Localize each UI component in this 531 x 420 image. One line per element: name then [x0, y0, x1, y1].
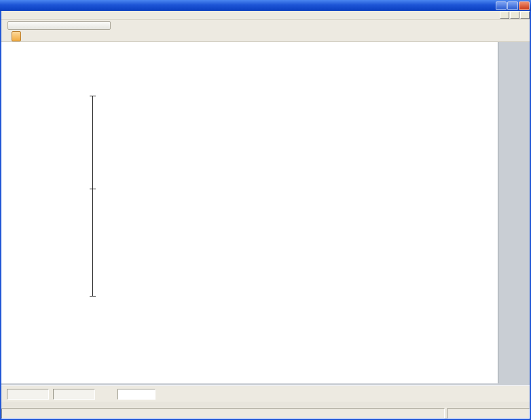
- application-window: [0, 0, 531, 42]
- main-toolbar: [0, 20, 531, 31]
- status-text: [1, 408, 445, 419]
- mdi-restore-button[interactable]: [510, 12, 519, 19]
- previous-view-button[interactable]: [100, 387, 115, 401]
- culvert-cell-right: [227, 198, 318, 285]
- mdi-close-button[interactable]: [520, 12, 530, 19]
- maximize-button[interactable]: [507, 1, 518, 10]
- minimize-button[interactable]: [496, 1, 507, 10]
- view-tabs-bar: [0, 31, 531, 42]
- menu-bar: [0, 11, 531, 20]
- status-bar: [0, 407, 531, 420]
- design-code-combo[interactable]: [7, 21, 111, 30]
- dimension-line: [92, 96, 93, 296]
- status-secondary-panel: [447, 408, 530, 419]
- distributed-load-arrows: [140, 158, 331, 189]
- tabsbar-overflow-button[interactable]: [24, 32, 32, 41]
- dimension-tick: [90, 96, 96, 96]
- title-bar: [0, 0, 531, 11]
- bottombar-overflow-button[interactable]: [202, 389, 210, 398]
- dimension-tick: [90, 296, 96, 297]
- tab-input-grafico[interactable]: [1, 31, 10, 41]
- y-coordinate-display: [53, 389, 95, 400]
- close-button[interactable]: [519, 1, 530, 10]
- toolbar-overflow-button[interactable]: [112, 21, 120, 30]
- x-coordinate-display: [7, 389, 49, 400]
- mdi-minimize-button[interactable]: [500, 12, 509, 19]
- next-view-button[interactable]: [158, 387, 172, 401]
- tab-grafica[interactable]: [12, 31, 21, 41]
- culvert-cell-left: [158, 198, 214, 285]
- window-layout-button[interactable]: [187, 387, 201, 401]
- envelope-diagram-button[interactable]: [172, 387, 187, 401]
- soil-layer-base: [21, 296, 456, 349]
- dimension-tick: [90, 189, 96, 189]
- foundation-slab: [130, 285, 347, 296]
- mdi-client-area: [0, 42, 531, 385]
- page-number-input[interactable]: [117, 389, 155, 400]
- drawing-canvas[interactable]: [0, 42, 498, 383]
- view-toolbar: [0, 385, 531, 402]
